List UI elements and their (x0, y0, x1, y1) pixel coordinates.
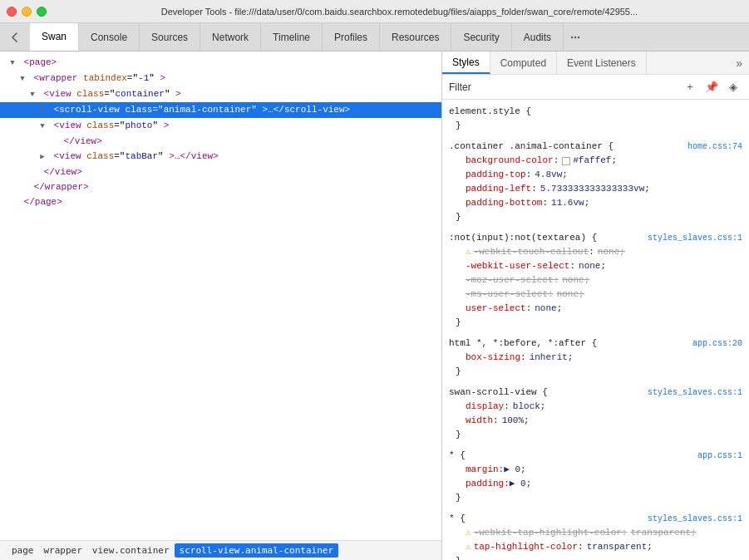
minimize-button[interactable] (22, 7, 32, 17)
tab-console[interactable]: Console (79, 23, 140, 51)
breadcrumb: page wrapper view.container scroll-view.… (0, 540, 441, 560)
styles-panel: Styles Computed Event Listeners » Filter… (442, 52, 749, 560)
title-bar: Developer Tools - file:///data/user/0/co… (0, 0, 749, 23)
dom-line-view-tabbar[interactable]: <view class="tabBar" >…</view> (0, 149, 441, 165)
color-swatch[interactable] (562, 157, 570, 165)
tab-security[interactable]: Security (451, 23, 511, 51)
dom-line-view-photo[interactable]: <view class="photo" > (0, 118, 441, 134)
nav-back-button[interactable] (0, 23, 30, 51)
styles-tab-more[interactable]: » (729, 56, 749, 70)
tab-resources[interactable]: Resources (380, 23, 451, 51)
svg-point-0 (571, 36, 573, 37)
nav-more-button[interactable] (564, 23, 587, 51)
nav-bar: Swan Console Sources Network Timeline Pr… (0, 23, 749, 52)
dom-line-page[interactable]: <page> (0, 55, 441, 71)
triangle-icon[interactable] (37, 150, 48, 165)
triangle-icon[interactable] (27, 87, 38, 102)
tab-event-listeners[interactable]: Event Listeners (557, 52, 647, 74)
dom-line-scroll-view[interactable]: <scroll-view class="animal-container" >…… (0, 102, 441, 118)
css-rule-swan-scroll-view: swan-scroll-view { styles_slaves.css:1 d… (442, 384, 749, 444)
tab-network[interactable]: Network (200, 23, 261, 51)
css-rule-container-animal: .container .animal-container { home.css:… (442, 138, 749, 226)
window-title: Developer Tools - file:///data/user/0/co… (57, 7, 742, 17)
breadcrumb-wrapper[interactable]: wrapper (39, 543, 87, 558)
css-rule-star-tap: * { styles_slaves.css:1 ⚠ -webkit-tap-hi… (442, 510, 749, 560)
main-layout: <page> <wrapper tabindex="-1" > <view cl… (0, 52, 749, 560)
triangle-icon[interactable] (17, 71, 28, 86)
dom-panel: <page> <wrapper tabindex="-1" > <view cl… (0, 52, 442, 560)
css-rule-star-margin: * { app.css:1 margin: ▶ 0; padding: ▶ 0;… (442, 447, 749, 507)
dom-line-close-wrapper[interactable]: </wrapper> (0, 179, 441, 194)
add-style-button[interactable]: + (681, 78, 699, 96)
tab-timeline[interactable]: Timeline (261, 23, 323, 51)
styles-content[interactable]: element.style { } .container .animal-con… (442, 100, 749, 560)
triangle-icon[interactable] (7, 56, 18, 71)
tab-computed[interactable]: Computed (490, 52, 557, 74)
css-rule-not-input: :not(input):not(textarea) { styles_slave… (442, 229, 749, 332)
triangle-icon[interactable] (37, 119, 48, 134)
svg-point-1 (574, 36, 576, 37)
dom-tree[interactable]: <page> <wrapper tabindex="-1" > <view cl… (0, 52, 441, 540)
css-rule-html-star: html *, *:before, *:after { app.css:20 b… (442, 335, 749, 381)
styles-tabs: Styles Computed Event Listeners » (442, 52, 749, 75)
dom-line-close-container[interactable]: </view> (0, 165, 441, 179)
tab-sources[interactable]: Sources (140, 23, 200, 51)
close-button[interactable] (7, 7, 17, 17)
filter-label: Filter (449, 81, 471, 93)
warning-icon: ⚠ (466, 526, 471, 540)
breadcrumb-page[interactable]: page (7, 543, 39, 558)
dom-line-close-view[interactable]: </view> (0, 134, 441, 149)
breadcrumb-scroll-view[interactable]: scroll-view.animal-container (175, 543, 338, 558)
pin-button[interactable]: 📌 (702, 78, 721, 96)
triangle-icon[interactable] (37, 103, 48, 118)
warning-icon: ⚠ (466, 245, 471, 259)
maximize-button[interactable] (37, 7, 47, 17)
warning-icon: ⚠ (466, 540, 471, 554)
filter-bar: Filter + 📌 ◈ (442, 75, 749, 100)
tab-styles[interactable]: Styles (442, 52, 490, 74)
filter-icons: + 📌 ◈ (681, 78, 742, 96)
tab-profiles[interactable]: Profiles (323, 23, 380, 51)
svg-point-2 (578, 36, 579, 37)
dom-line-close-page[interactable]: </page> (0, 194, 441, 209)
breadcrumb-view-container[interactable]: view.container (87, 543, 175, 558)
dom-line-view-container[interactable]: <view class="container" > (0, 86, 441, 102)
css-rule-element-style: element.style { } (442, 103, 749, 135)
dom-line-wrapper[interactable]: <wrapper tabindex="-1" > (0, 71, 441, 86)
tab-swan[interactable]: Swan (30, 23, 79, 51)
color-format-button[interactable]: ◈ (724, 78, 742, 96)
tab-audits[interactable]: Audits (512, 23, 564, 51)
traffic-lights (7, 7, 47, 17)
